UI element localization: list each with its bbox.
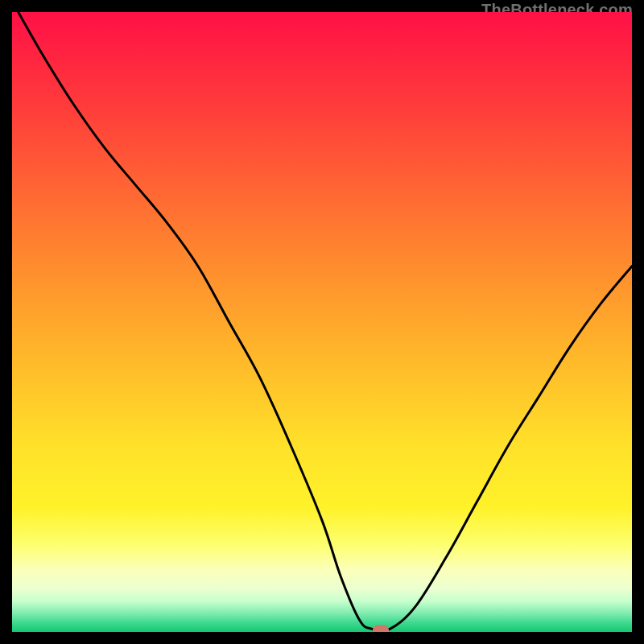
plot-area: [12, 12, 632, 632]
chart-root: TheBottleneck.com: [0, 0, 644, 644]
bottleneck-curve: [19, 12, 632, 631]
curve-layer: [12, 12, 632, 632]
optimal-point-marker: [373, 625, 389, 632]
